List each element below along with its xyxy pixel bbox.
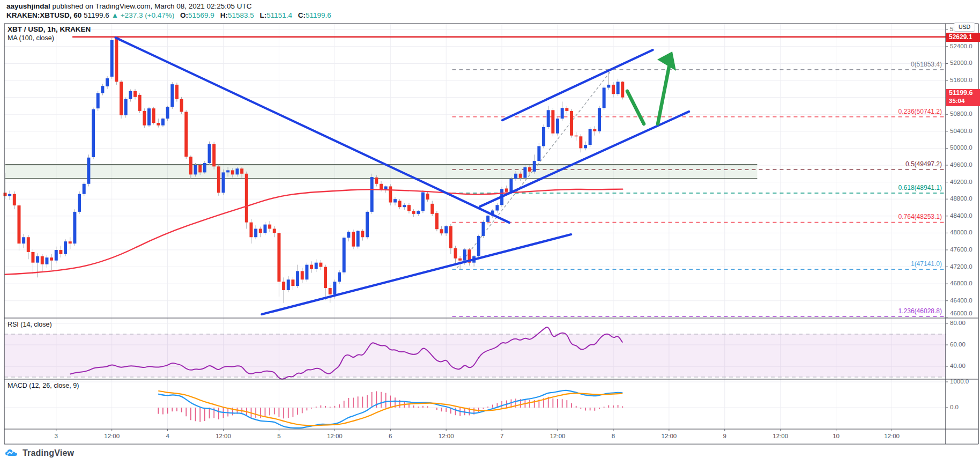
time-axis-label: 12:00	[439, 433, 454, 439]
candle-body	[208, 144, 211, 163]
candle-body	[27, 237, 30, 252]
candle-body	[486, 216, 489, 222]
candle-body	[92, 109, 95, 157]
candle-body	[324, 267, 327, 288]
candle-body	[101, 86, 104, 93]
candle-body	[64, 241, 67, 254]
candle-body	[83, 184, 86, 194]
candle-body	[175, 85, 179, 99]
price-axis-label: 50800.0	[950, 110, 972, 117]
tradingview-logo[interactable]: TradingView	[5, 448, 74, 458]
candle-body	[143, 111, 146, 126]
fib-level-label: 0.764(48253.1)	[899, 213, 942, 220]
chart-legend-ma[interactable]: MA (100, close)	[8, 34, 54, 42]
candle-body	[481, 222, 485, 236]
time-axis-label: 12:00	[661, 433, 677, 439]
candle-body	[13, 194, 16, 205]
time-axis-label: 10	[833, 433, 840, 439]
candle-body	[380, 184, 383, 189]
candle-body	[319, 263, 322, 267]
candle-body	[310, 265, 313, 269]
time-axis-label: 4	[166, 433, 169, 439]
time-axis-label: 5	[277, 433, 280, 439]
candle-body	[407, 205, 411, 211]
time-axis-label: 12:00	[773, 433, 788, 439]
fib-level-label: 0.236(50741.2)	[899, 108, 942, 115]
price-axis-label: 47600.0	[950, 246, 972, 253]
price-axis-label: 52000.0	[950, 60, 972, 66]
candle-body	[514, 174, 517, 179]
candle-body	[189, 157, 192, 174]
fib-level-label: 1(47141.0)	[911, 260, 942, 268]
candle-body	[440, 229, 443, 233]
price-axis-label: 50000.0	[950, 144, 972, 151]
currency-toggle-button[interactable]: USD	[954, 23, 975, 32]
candle-body	[22, 237, 25, 243]
candle-body	[575, 136, 578, 137]
candle-body	[203, 163, 206, 172]
candle-body	[343, 238, 346, 272]
price-axis-label: 49200.0	[950, 179, 972, 185]
candle-body	[523, 167, 526, 178]
chart-canvas[interactable]	[0, 0, 980, 465]
candle-body	[375, 178, 378, 184]
candle-body	[115, 38, 118, 82]
price-axis-label: 46000.0	[950, 310, 972, 316]
candle-body	[231, 170, 234, 174]
rsi-axis-label: 40.00	[950, 363, 966, 369]
candle-body	[617, 82, 620, 94]
chart-legend-symbol[interactable]: XBT / USD, 1h, KRAKEN	[8, 25, 91, 33]
candle-body	[528, 167, 531, 172]
fib-level-label: 1.236(46028.8)	[899, 307, 942, 315]
candle-body	[329, 288, 332, 294]
macd-pane-label[interactable]: MACD (12, 26, close, 9)	[8, 382, 79, 389]
candle-body	[394, 199, 397, 202]
candle-body	[570, 111, 573, 136]
candle-body	[435, 213, 439, 229]
candle-body	[301, 271, 304, 279]
candle-body	[212, 144, 216, 166]
candle-body	[147, 108, 151, 126]
fib-level-label: 0.5(49497.2)	[905, 160, 942, 168]
descending-resistance-trendline	[116, 38, 509, 223]
candle-body	[403, 205, 406, 207]
fib-level-label: 0.618(48941.1)	[899, 184, 942, 191]
tradingview-logo-text: TradingView	[23, 448, 74, 458]
price-axis-label: 51600.0	[950, 77, 972, 83]
candle-body	[366, 212, 369, 237]
candle-body	[36, 256, 39, 263]
candle-body	[315, 263, 318, 269]
candle-body	[161, 119, 165, 126]
candle-body	[133, 91, 137, 97]
price-axis-label: 52400.0	[950, 43, 972, 49]
candle-body	[533, 161, 536, 172]
candle-body	[542, 127, 545, 146]
candle-body	[430, 204, 434, 214]
candle-body	[612, 85, 615, 94]
candle-body	[17, 205, 20, 243]
macd-axis-label: 0.0	[950, 404, 959, 410]
candle-body	[198, 165, 202, 172]
candle-body	[268, 225, 271, 229]
rsi-band	[4, 334, 946, 377]
candle-body	[41, 256, 44, 264]
price-axis-label: 50400.0	[950, 128, 972, 134]
fib-level-label: 0(51853.4)	[911, 61, 942, 68]
candle-body	[69, 241, 72, 243]
time-axis-label: 8	[612, 433, 615, 439]
candle-body	[305, 265, 308, 280]
macd-axis-label: 1000.0	[950, 378, 969, 385]
candle-body	[78, 194, 81, 212]
candle-body	[184, 112, 188, 157]
candle-body	[579, 136, 582, 148]
last-price-tag: 51199.6 35:04	[946, 89, 980, 106]
candle-body	[55, 250, 58, 261]
rsi-pane-label[interactable]: RSI (14, close)	[8, 321, 52, 328]
candle-body	[509, 179, 513, 191]
candle-body	[73, 212, 76, 243]
candle-body	[444, 226, 448, 233]
rsi-axis-label: 60.00	[950, 341, 966, 348]
up-arrow-head	[657, 51, 676, 71]
candle-body	[593, 129, 596, 131]
candle-body	[110, 40, 114, 77]
